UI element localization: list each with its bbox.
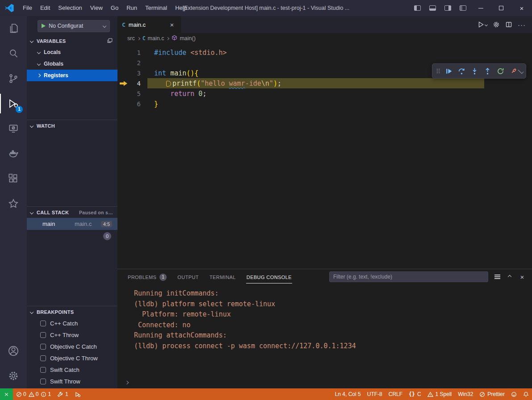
breakpoint-objc-catch[interactable]: Objective C Catch: [27, 341, 117, 352]
maximize-panel-button[interactable]: [504, 271, 515, 282]
cursor-position[interactable]: Ln 4, Col 5: [332, 388, 364, 400]
activity-extensions[interactable]: [0, 166, 27, 191]
disconnect-button[interactable]: [507, 65, 519, 77]
close-button[interactable]: ×: [511, 0, 532, 16]
code-line[interactable]: 5 return 0;: [117, 88, 532, 99]
editor-more-actions-button[interactable]: ···: [516, 19, 528, 30]
remote-indicator[interactable]: [0, 388, 13, 400]
toggle-panel-button[interactable]: [425, 0, 440, 16]
step-out-button[interactable]: [481, 65, 494, 77]
checkbox[interactable]: [40, 344, 46, 350]
tab-close-button[interactable]: ×: [168, 20, 176, 29]
menu-file[interactable]: File: [19, 2, 36, 14]
toolchain-status[interactable]: 1: [54, 388, 71, 400]
debug-config-dropdown[interactable]: No Configurat: [38, 20, 110, 32]
menu-run[interactable]: Run: [122, 2, 141, 14]
eol-status[interactable]: CRLF: [385, 388, 406, 400]
watch-section-header[interactable]: WATCH: [27, 120, 117, 131]
step-over-button[interactable]: [455, 65, 468, 77]
activity-star[interactable]: [0, 191, 27, 216]
tab-output[interactable]: OUTPUT: [177, 271, 199, 283]
debug-current-line-glyph[interactable]: [117, 78, 129, 88]
checkbox[interactable]: [40, 355, 46, 361]
breakpoint-swift-throw[interactable]: Swift Throw: [27, 375, 117, 387]
formatter-status[interactable]: Prettier: [476, 388, 508, 400]
variables-item-registers[interactable]: Registers: [27, 70, 117, 81]
toggle-secondary-sidebar-button[interactable]: [440, 0, 455, 16]
inline-breakpoint-marker[interactable]: [166, 81, 171, 87]
code-line[interactable]: 1#include <stdio.h>: [117, 47, 532, 58]
minimize-button[interactable]: [470, 0, 491, 16]
glyph-margin[interactable]: [117, 68, 129, 78]
code-line[interactable]: 6}: [117, 99, 532, 109]
language-mode[interactable]: {} C: [406, 388, 424, 400]
activity-remote-explorer[interactable]: [0, 116, 27, 141]
glyph-margin[interactable]: [117, 58, 129, 68]
code-line[interactable]: 4 printf("hello wamr-ide\n");: [117, 78, 532, 88]
debug-session-status[interactable]: [71, 388, 84, 400]
breadcrumb-src[interactable]: src: [127, 35, 135, 42]
activity-explorer[interactable]: [0, 16, 27, 41]
notifications-button[interactable]: [520, 388, 532, 400]
variables-section-header[interactable]: VARIABLES: [27, 36, 117, 46]
tab-debug-console[interactable]: DEBUG CONSOLE: [246, 271, 292, 283]
encoding-status[interactable]: UTF-8: [364, 388, 385, 400]
problems-status[interactable]: 0 0 1: [13, 388, 54, 400]
breadcrumb-symbol[interactable]: main(): [172, 35, 195, 42]
breakpoint-cpp-throw[interactable]: C++ Throw: [27, 329, 117, 341]
menu-go[interactable]: Go: [107, 2, 122, 14]
menu-edit[interactable]: Edit: [36, 2, 54, 14]
run-file-button[interactable]: [475, 19, 489, 30]
filter-button[interactable]: [492, 271, 503, 282]
menu-view[interactable]: View: [86, 2, 107, 14]
breakpoint-objc-throw[interactable]: Objective C Throw: [27, 352, 117, 364]
activity-docker[interactable]: [0, 141, 27, 166]
continue-button[interactable]: [442, 65, 455, 77]
activity-search[interactable]: [0, 41, 27, 66]
menu-selection[interactable]: Selection: [54, 2, 86, 14]
activity-manage[interactable]: [0, 363, 27, 388]
editor-settings-button[interactable]: [491, 19, 502, 30]
customize-layout-button[interactable]: [455, 0, 470, 16]
checkbox[interactable]: [40, 379, 46, 384]
console-filter-input[interactable]: [329, 271, 488, 282]
toggle-sidebar-button[interactable]: [410, 0, 425, 16]
split-editor-button[interactable]: [503, 19, 514, 30]
debug-console-repl[interactable]: [117, 377, 532, 388]
close-panel-button[interactable]: ×: [517, 271, 528, 282]
checkbox[interactable]: [40, 367, 46, 373]
checkbox[interactable]: [40, 332, 46, 338]
feedback-button[interactable]: [508, 388, 520, 400]
search-icon: [8, 48, 19, 59]
tab-problems[interactable]: PROBLEMS 1: [127, 270, 167, 284]
debug-console-input[interactable]: [133, 379, 532, 386]
glyph-margin[interactable]: [117, 88, 129, 99]
checkbox[interactable]: [40, 321, 46, 326]
tab-terminal[interactable]: TERMINAL: [209, 271, 236, 283]
code-editor[interactable]: 1#include <stdio.h>23int main(){4 printf…: [117, 44, 532, 269]
tab-main-c[interactable]: C main.c ×: [117, 16, 181, 33]
restart-button[interactable]: [494, 65, 507, 77]
call-stack-section-header[interactable]: CALL STACK Paused on st...: [27, 206, 117, 218]
menu-terminal[interactable]: Terminal: [141, 2, 171, 14]
spell-checker-status[interactable]: 1 Spell: [424, 388, 455, 400]
breadcrumb-file[interactable]: C main.c: [142, 35, 164, 42]
maximize-button[interactable]: [491, 0, 511, 16]
collapse-all-button[interactable]: [107, 38, 113, 45]
glyph-margin[interactable]: [117, 99, 129, 109]
step-into-button[interactable]: [468, 65, 481, 77]
breakpoint-swift-catch[interactable]: Swift Catch: [27, 364, 117, 375]
activity-run-and-debug[interactable]: 1: [0, 91, 27, 116]
glyph-margin[interactable]: [117, 47, 129, 58]
debug-console-output[interactable]: Running initCommands: (lldb) platform se…: [117, 284, 532, 377]
platform-status[interactable]: Win32: [455, 388, 476, 400]
stack-frame-row[interactable]: main main.c 4:5: [27, 218, 117, 230]
breakpoint-cpp-catch[interactable]: C++ Catch: [27, 317, 117, 329]
activity-accounts[interactable]: [0, 338, 27, 363]
toolbar-drag-handle[interactable]: [435, 65, 442, 77]
variables-item-globals[interactable]: Globals: [27, 58, 117, 70]
menu-help[interactable]: Help: [171, 2, 191, 14]
variables-item-locals[interactable]: Locals: [27, 46, 117, 58]
activity-source-control[interactable]: [0, 66, 27, 91]
breakpoints-section-header[interactable]: BREAKPOINTS: [27, 306, 117, 317]
